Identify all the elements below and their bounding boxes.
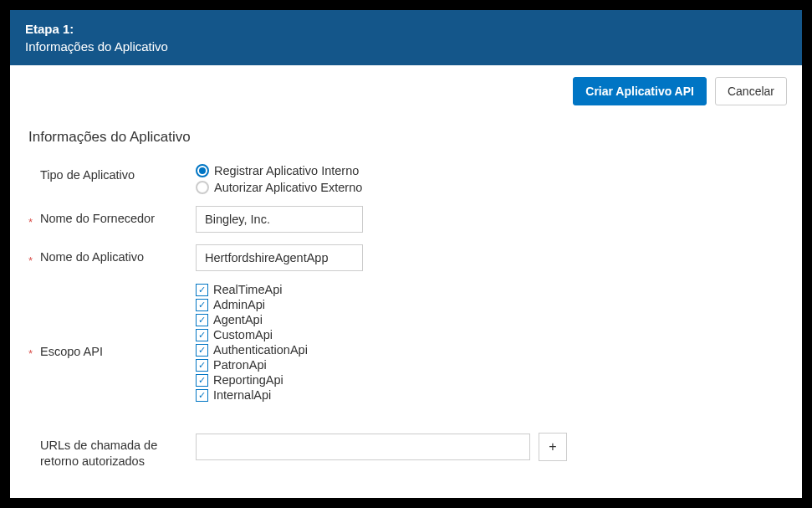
app-name-label: * Nome do Aplicativo <box>28 244 196 269</box>
callback-urls-label-text: URLs de chamada de retorno autorizados <box>40 438 196 470</box>
required-marker: * <box>28 342 40 362</box>
checkbox-realtimeapi[interactable]: ✓ RealTimeApi <box>196 283 784 296</box>
check-icon: ✓ <box>196 389 208 402</box>
checkbox-label: ReportingApi <box>213 373 283 387</box>
checkbox-label: AdminApi <box>213 298 265 311</box>
checkbox-label: AuthenticationApi <box>213 343 308 357</box>
checkbox-reportingapi[interactable]: ✓ ReportingApi <box>196 373 784 387</box>
form-area: Tipo de Aplicativo Registrar Aplicativo … <box>10 154 802 481</box>
vendor-name-label-text: Nome do Fornecedor <box>40 211 196 227</box>
dialog-header: Etapa 1: Informações do Aplicativo <box>10 10 802 65</box>
check-icon: ✓ <box>196 329 208 341</box>
api-scope-checkbox-group: ✓ RealTimeApi ✓ AdminApi ✓ AgentApi ✓ Cu… <box>196 283 784 402</box>
action-bar: Criar Aplicativo API Cancelar <box>10 65 802 114</box>
checkbox-label: InternalApi <box>213 388 271 402</box>
required-marker <box>28 167 40 172</box>
app-name-input[interactable] <box>196 244 363 271</box>
checkbox-agentapi[interactable]: ✓ AgentApi <box>196 313 784 326</box>
dialog-container: Etapa 1: Informações do Aplicativo Criar… <box>10 10 802 498</box>
callback-url-input-row: + <box>196 433 784 461</box>
radio-icon <box>196 164 209 177</box>
check-icon: ✓ <box>196 299 208 311</box>
callback-urls-control: + <box>196 433 784 461</box>
required-marker: * <box>28 249 40 269</box>
checkbox-label: CustomApi <box>213 328 273 341</box>
checkbox-label: RealTimeApi <box>213 283 282 296</box>
required-marker <box>28 438 40 443</box>
callback-urls-row: URLs de chamada de retorno autorizados + <box>28 433 784 470</box>
callback-url-input[interactable] <box>196 434 530 460</box>
callback-urls-label: URLs de chamada de retorno autorizados <box>28 433 196 470</box>
check-icon: ✓ <box>196 374 208 387</box>
radio-internal-label: Registrar Aplicativo Interno <box>214 164 359 177</box>
checkbox-label: AgentApi <box>213 313 263 326</box>
app-type-control: Registrar Aplicativo Interno Autorizar A… <box>196 162 784 194</box>
vendor-name-control <box>196 206 784 233</box>
add-url-button[interactable]: + <box>539 433 567 461</box>
app-type-label-text: Tipo de Aplicativo <box>40 167 196 183</box>
check-icon: ✓ <box>196 314 208 326</box>
step-label: Etapa 1: <box>25 22 787 36</box>
checkbox-patronapi[interactable]: ✓ PatronApi <box>196 358 784 372</box>
app-type-row: Tipo de Aplicativo Registrar Aplicativo … <box>28 162 784 194</box>
create-api-app-button[interactable]: Criar Aplicativo API <box>573 77 707 105</box>
api-scope-row: * Escopo API ✓ RealTimeApi ✓ AdminApi ✓ … <box>28 283 784 421</box>
radio-internal[interactable]: Registrar Aplicativo Interno <box>196 164 784 177</box>
app-name-label-text: Nome do Aplicativo <box>40 249 196 265</box>
vendor-name-input[interactable] <box>196 206 363 233</box>
checkbox-label: PatronApi <box>213 358 267 372</box>
api-scope-label: * Escopo API <box>28 283 196 421</box>
vendor-name-label: * Nome do Fornecedor <box>28 206 196 230</box>
checkbox-customapi[interactable]: ✓ CustomApi <box>196 328 784 341</box>
app-type-label: Tipo de Aplicativo <box>28 162 196 183</box>
checkbox-authenticationapi[interactable]: ✓ AuthenticationApi <box>196 343 784 357</box>
api-scope-label-text: Escopo API <box>40 344 196 360</box>
vendor-name-row: * Nome do Fornecedor <box>28 206 784 233</box>
app-name-control <box>196 244 784 271</box>
cancel-button[interactable]: Cancelar <box>715 77 787 105</box>
checkbox-adminapi[interactable]: ✓ AdminApi <box>196 298 784 311</box>
step-subtitle: Informações do Aplicativo <box>25 39 787 54</box>
checkbox-internalapi[interactable]: ✓ InternalApi <box>196 388 784 402</box>
radio-external[interactable]: Autorizar Aplicativo Externo <box>196 181 784 194</box>
radio-external-label: Autorizar Aplicativo Externo <box>214 181 362 194</box>
check-icon: ✓ <box>196 344 208 357</box>
section-title: Informações do Aplicativo <box>10 114 802 154</box>
check-icon: ✓ <box>196 284 208 296</box>
check-icon: ✓ <box>196 359 208 372</box>
api-scope-control: ✓ RealTimeApi ✓ AdminApi ✓ AgentApi ✓ Cu… <box>196 283 784 402</box>
required-marker: * <box>28 211 40 230</box>
app-type-radio-group: Registrar Aplicativo Interno Autorizar A… <box>196 162 784 194</box>
radio-icon <box>196 181 209 194</box>
app-name-row: * Nome do Aplicativo <box>28 244 784 271</box>
